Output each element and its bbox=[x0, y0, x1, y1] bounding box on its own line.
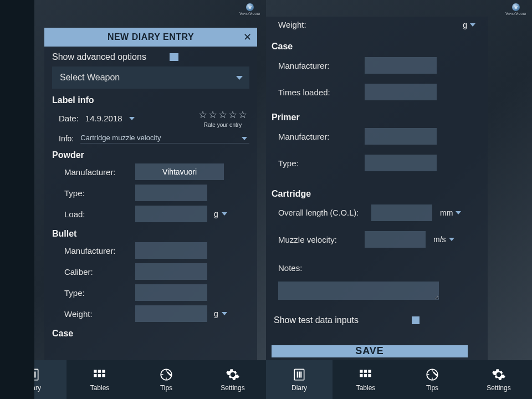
brand-text: VihtaVuori bbox=[239, 12, 260, 16]
bullet-caliber-label: Caliber: bbox=[64, 267, 131, 277]
primer-manufacturer-input[interactable] bbox=[365, 128, 437, 145]
case-manufacturer-input[interactable] bbox=[365, 57, 437, 74]
chevron-down-icon bbox=[470, 23, 475, 27]
settings-icon bbox=[226, 367, 240, 382]
bullet-weight-unit-dropdown[interactable]: g bbox=[214, 309, 227, 318]
svg-rect-10 bbox=[364, 370, 367, 372]
chevron-down-icon bbox=[449, 238, 454, 241]
brand-text: VihtaVuori bbox=[505, 12, 526, 16]
close-icon[interactable]: ✕ bbox=[243, 31, 252, 43]
case-heading: Case bbox=[52, 329, 249, 339]
show-advanced-checkbox[interactable] bbox=[170, 53, 178, 61]
nav-settings-label: Settings bbox=[221, 384, 244, 392]
star-icon[interactable]: ☆ bbox=[238, 109, 247, 121]
info-label: Info: bbox=[59, 134, 74, 143]
powder-heading: Powder bbox=[52, 150, 249, 160]
info-dropdown[interactable]: Cartridge muzzle velocity bbox=[80, 134, 249, 144]
powder-load-label: Load: bbox=[64, 209, 131, 219]
bullet-caliber-input[interactable] bbox=[135, 263, 207, 280]
primer-heading: Primer bbox=[272, 112, 475, 122]
overall-length-unit-dropdown[interactable]: mm bbox=[440, 208, 461, 217]
case-heading: Case bbox=[272, 42, 475, 52]
powder-type-label: Type: bbox=[64, 188, 131, 198]
overall-length-label: Overall length (C.O.L): bbox=[278, 208, 367, 217]
nav-diary[interactable]: Diary bbox=[266, 360, 332, 399]
vihtavuori-logo-icon bbox=[512, 3, 520, 11]
svg-rect-1 bbox=[94, 370, 96, 372]
show-advanced-label: Show advanced options bbox=[52, 52, 146, 62]
tables-icon bbox=[359, 367, 373, 382]
svg-rect-2 bbox=[98, 370, 101, 372]
brand-logo: VihtaVuori bbox=[505, 3, 526, 16]
powder-manufacturer-label: Manufacturer: bbox=[64, 167, 131, 177]
modal-title: NEW DIARY ENTRY bbox=[108, 32, 194, 42]
svg-rect-6 bbox=[102, 374, 105, 377]
nav-tables[interactable]: Tables bbox=[66, 360, 133, 399]
powder-load-input[interactable] bbox=[135, 206, 207, 222]
chevron-down-icon[interactable] bbox=[242, 137, 247, 140]
bullet-manufacturer-input[interactable] bbox=[135, 242, 207, 259]
diary-entry-form-cont: Weight: g Case Manufacturer: Times loade… bbox=[266, 17, 488, 360]
tips-icon bbox=[159, 367, 173, 382]
overall-length-input[interactable] bbox=[371, 204, 432, 221]
chevron-down-icon bbox=[222, 312, 227, 315]
primer-type-input[interactable] bbox=[365, 155, 437, 171]
chevron-down-icon[interactable] bbox=[129, 117, 135, 120]
nav-settings-label: Settings bbox=[487, 384, 510, 392]
muzzle-velocity-input[interactable] bbox=[365, 231, 426, 248]
weight-unit-dropdown[interactable]: g bbox=[463, 21, 475, 29]
save-button[interactable]: SAVE bbox=[272, 345, 468, 357]
select-weapon-dropdown[interactable]: Select Weapon bbox=[52, 66, 249, 89]
weight-label: Weight: bbox=[278, 20, 360, 29]
nav-diary-label: Diary bbox=[291, 384, 307, 392]
muzzle-velocity-label: Muzzle velocity: bbox=[278, 235, 360, 244]
notes-input[interactable] bbox=[278, 282, 439, 300]
primer-type-label: Type: bbox=[278, 158, 360, 168]
load-unit-dropdown[interactable]: g bbox=[214, 209, 227, 218]
show-test-data-checkbox[interactable] bbox=[412, 316, 420, 324]
nav-tables[interactable]: Tables bbox=[332, 360, 399, 399]
notes-label: Notes: bbox=[278, 263, 360, 273]
select-weapon-text: Select Weapon bbox=[60, 73, 120, 83]
bullet-manufacturer-label: Manufacturer: bbox=[64, 246, 131, 255]
svg-rect-4 bbox=[94, 374, 96, 377]
show-test-data-label: Show test data inputs bbox=[274, 315, 359, 325]
star-icon[interactable]: ☆ bbox=[198, 109, 207, 121]
chevron-down-icon bbox=[222, 212, 227, 216]
rating-stars[interactable]: ☆ ☆ ☆ ☆ ☆ bbox=[198, 109, 247, 121]
tables-icon bbox=[93, 367, 107, 382]
nav-tips-label: Tips bbox=[160, 384, 172, 392]
nav-tips[interactable]: Tips bbox=[133, 360, 200, 399]
star-icon[interactable]: ☆ bbox=[228, 109, 237, 121]
svg-rect-3 bbox=[102, 370, 105, 372]
bullet-type-input[interactable] bbox=[135, 284, 207, 301]
diary-icon bbox=[292, 367, 306, 382]
nav-settings[interactable]: Settings bbox=[200, 360, 266, 399]
nav-settings[interactable]: Settings bbox=[466, 360, 532, 399]
date-label: Date: bbox=[59, 114, 79, 123]
star-icon[interactable]: ☆ bbox=[218, 109, 227, 121]
times-loaded-input[interactable] bbox=[365, 84, 437, 100]
new-diary-entry-modal: NEW DIARY ENTRY ✕ Show advanced options … bbox=[44, 28, 257, 360]
nav-tips[interactable]: Tips bbox=[399, 360, 466, 399]
powder-manufacturer-input[interactable] bbox=[135, 163, 224, 180]
star-icon[interactable]: ☆ bbox=[208, 109, 217, 121]
settings-icon bbox=[492, 367, 506, 382]
bullet-heading: Bullet bbox=[52, 229, 249, 239]
label-info-heading: Label info bbox=[52, 95, 249, 105]
date-value[interactable]: 14.9.2018 bbox=[85, 114, 122, 123]
cartridge-heading: Cartridge bbox=[272, 189, 475, 199]
bullet-weight-input[interactable] bbox=[135, 305, 207, 322]
nav-tables-label: Tables bbox=[90, 384, 110, 392]
bullet-type-label: Type: bbox=[64, 288, 131, 298]
muzzle-velocity-unit-dropdown[interactable]: m/s bbox=[433, 235, 454, 244]
vihtavuori-logo-icon bbox=[246, 3, 254, 11]
case-manufacturer-label: Manufacturer: bbox=[278, 61, 360, 70]
times-loaded-label: Times loaded: bbox=[278, 88, 360, 97]
modal-header: NEW DIARY ENTRY ✕ bbox=[44, 28, 257, 47]
brand-logo: VihtaVuori bbox=[239, 3, 260, 16]
powder-type-input[interactable] bbox=[135, 185, 207, 201]
save-button-label: SAVE bbox=[355, 345, 384, 357]
svg-rect-11 bbox=[368, 370, 371, 372]
bullet-weight-label: Weight: bbox=[64, 309, 131, 319]
